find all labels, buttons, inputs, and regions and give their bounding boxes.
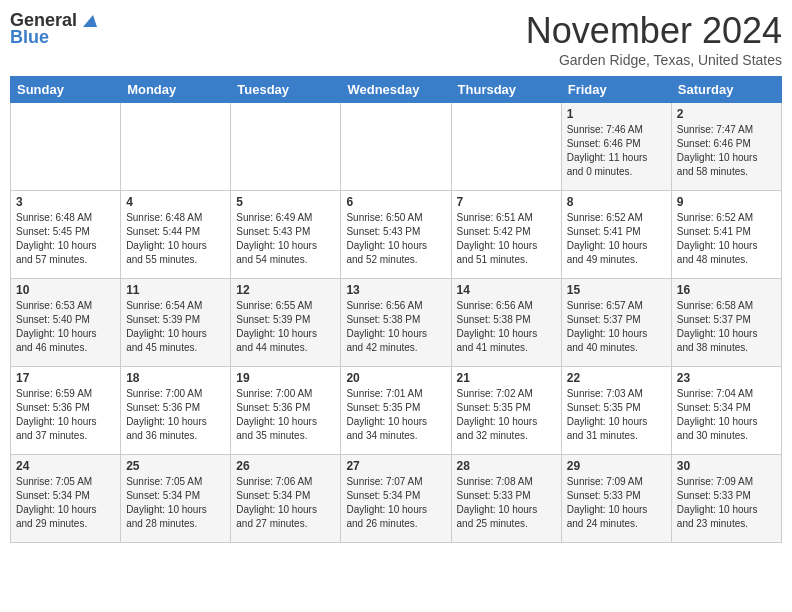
- calendar-cell: [451, 103, 561, 191]
- svg-marker-0: [83, 15, 97, 27]
- calendar-cell: 1Sunrise: 7:46 AM Sunset: 6:46 PM Daylig…: [561, 103, 671, 191]
- day-info: Sunrise: 6:57 AM Sunset: 5:37 PM Dayligh…: [567, 299, 666, 355]
- day-info: Sunrise: 6:59 AM Sunset: 5:36 PM Dayligh…: [16, 387, 115, 443]
- day-info: Sunrise: 6:48 AM Sunset: 5:45 PM Dayligh…: [16, 211, 115, 267]
- calendar-cell: 30Sunrise: 7:09 AM Sunset: 5:33 PM Dayli…: [671, 455, 781, 543]
- calendar-cell: 5Sunrise: 6:49 AM Sunset: 5:43 PM Daylig…: [231, 191, 341, 279]
- day-number: 4: [126, 195, 225, 209]
- header-day-thursday: Thursday: [451, 77, 561, 103]
- calendar-cell: 19Sunrise: 7:00 AM Sunset: 5:36 PM Dayli…: [231, 367, 341, 455]
- day-info: Sunrise: 6:51 AM Sunset: 5:42 PM Dayligh…: [457, 211, 556, 267]
- logo-blue-text: Blue: [10, 27, 49, 48]
- day-info: Sunrise: 7:00 AM Sunset: 5:36 PM Dayligh…: [126, 387, 225, 443]
- day-number: 22: [567, 371, 666, 385]
- calendar-cell: 16Sunrise: 6:58 AM Sunset: 5:37 PM Dayli…: [671, 279, 781, 367]
- day-info: Sunrise: 6:56 AM Sunset: 5:38 PM Dayligh…: [457, 299, 556, 355]
- day-number: 28: [457, 459, 556, 473]
- day-number: 30: [677, 459, 776, 473]
- page-header: General Blue November 2024 Garden Ridge,…: [10, 10, 782, 68]
- day-info: Sunrise: 7:06 AM Sunset: 5:34 PM Dayligh…: [236, 475, 335, 531]
- calendar-week-row: 3Sunrise: 6:48 AM Sunset: 5:45 PM Daylig…: [11, 191, 782, 279]
- calendar-cell: 10Sunrise: 6:53 AM Sunset: 5:40 PM Dayli…: [11, 279, 121, 367]
- calendar-cell: 23Sunrise: 7:04 AM Sunset: 5:34 PM Dayli…: [671, 367, 781, 455]
- day-number: 19: [236, 371, 335, 385]
- day-number: 6: [346, 195, 445, 209]
- day-info: Sunrise: 7:01 AM Sunset: 5:35 PM Dayligh…: [346, 387, 445, 443]
- day-info: Sunrise: 6:56 AM Sunset: 5:38 PM Dayligh…: [346, 299, 445, 355]
- calendar-week-row: 24Sunrise: 7:05 AM Sunset: 5:34 PM Dayli…: [11, 455, 782, 543]
- day-number: 3: [16, 195, 115, 209]
- day-number: 11: [126, 283, 225, 297]
- day-number: 16: [677, 283, 776, 297]
- calendar-cell: 22Sunrise: 7:03 AM Sunset: 5:35 PM Dayli…: [561, 367, 671, 455]
- day-info: Sunrise: 6:52 AM Sunset: 5:41 PM Dayligh…: [567, 211, 666, 267]
- calendar-cell: 13Sunrise: 6:56 AM Sunset: 5:38 PM Dayli…: [341, 279, 451, 367]
- calendar-cell: 11Sunrise: 6:54 AM Sunset: 5:39 PM Dayli…: [121, 279, 231, 367]
- location-text: Garden Ridge, Texas, United States: [526, 52, 782, 68]
- calendar-cell: 18Sunrise: 7:00 AM Sunset: 5:36 PM Dayli…: [121, 367, 231, 455]
- calendar-cell: 7Sunrise: 6:51 AM Sunset: 5:42 PM Daylig…: [451, 191, 561, 279]
- day-number: 17: [16, 371, 115, 385]
- calendar-cell: 27Sunrise: 7:07 AM Sunset: 5:34 PM Dayli…: [341, 455, 451, 543]
- calendar-cell: 14Sunrise: 6:56 AM Sunset: 5:38 PM Dayli…: [451, 279, 561, 367]
- calendar-cell: 25Sunrise: 7:05 AM Sunset: 5:34 PM Dayli…: [121, 455, 231, 543]
- day-info: Sunrise: 7:07 AM Sunset: 5:34 PM Dayligh…: [346, 475, 445, 531]
- day-info: Sunrise: 7:02 AM Sunset: 5:35 PM Dayligh…: [457, 387, 556, 443]
- day-info: Sunrise: 7:47 AM Sunset: 6:46 PM Dayligh…: [677, 123, 776, 179]
- day-number: 15: [567, 283, 666, 297]
- day-info: Sunrise: 7:03 AM Sunset: 5:35 PM Dayligh…: [567, 387, 666, 443]
- day-number: 24: [16, 459, 115, 473]
- calendar-cell: 3Sunrise: 6:48 AM Sunset: 5:45 PM Daylig…: [11, 191, 121, 279]
- header-day-sunday: Sunday: [11, 77, 121, 103]
- calendar-week-row: 10Sunrise: 6:53 AM Sunset: 5:40 PM Dayli…: [11, 279, 782, 367]
- day-number: 29: [567, 459, 666, 473]
- day-info: Sunrise: 6:48 AM Sunset: 5:44 PM Dayligh…: [126, 211, 225, 267]
- calendar-body: 1Sunrise: 7:46 AM Sunset: 6:46 PM Daylig…: [11, 103, 782, 543]
- calendar-week-row: 17Sunrise: 6:59 AM Sunset: 5:36 PM Dayli…: [11, 367, 782, 455]
- day-info: Sunrise: 6:54 AM Sunset: 5:39 PM Dayligh…: [126, 299, 225, 355]
- day-number: 12: [236, 283, 335, 297]
- day-info: Sunrise: 7:08 AM Sunset: 5:33 PM Dayligh…: [457, 475, 556, 531]
- day-number: 26: [236, 459, 335, 473]
- day-number: 14: [457, 283, 556, 297]
- day-info: Sunrise: 7:05 AM Sunset: 5:34 PM Dayligh…: [16, 475, 115, 531]
- calendar-cell: 17Sunrise: 6:59 AM Sunset: 5:36 PM Dayli…: [11, 367, 121, 455]
- day-info: Sunrise: 6:53 AM Sunset: 5:40 PM Dayligh…: [16, 299, 115, 355]
- day-number: 13: [346, 283, 445, 297]
- header-day-tuesday: Tuesday: [231, 77, 341, 103]
- day-info: Sunrise: 6:58 AM Sunset: 5:37 PM Dayligh…: [677, 299, 776, 355]
- calendar-cell: 8Sunrise: 6:52 AM Sunset: 5:41 PM Daylig…: [561, 191, 671, 279]
- header-day-friday: Friday: [561, 77, 671, 103]
- day-number: 7: [457, 195, 556, 209]
- calendar-cell: 24Sunrise: 7:05 AM Sunset: 5:34 PM Dayli…: [11, 455, 121, 543]
- day-number: 2: [677, 107, 776, 121]
- title-area: November 2024 Garden Ridge, Texas, Unite…: [526, 10, 782, 68]
- calendar-table: SundayMondayTuesdayWednesdayThursdayFrid…: [10, 76, 782, 543]
- calendar-cell: [341, 103, 451, 191]
- day-info: Sunrise: 6:50 AM Sunset: 5:43 PM Dayligh…: [346, 211, 445, 267]
- day-info: Sunrise: 7:09 AM Sunset: 5:33 PM Dayligh…: [567, 475, 666, 531]
- logo-icon: [79, 11, 97, 29]
- calendar-cell: [11, 103, 121, 191]
- calendar-cell: 4Sunrise: 6:48 AM Sunset: 5:44 PM Daylig…: [121, 191, 231, 279]
- day-info: Sunrise: 7:46 AM Sunset: 6:46 PM Dayligh…: [567, 123, 666, 179]
- day-info: Sunrise: 7:00 AM Sunset: 5:36 PM Dayligh…: [236, 387, 335, 443]
- day-number: 8: [567, 195, 666, 209]
- header-day-saturday: Saturday: [671, 77, 781, 103]
- day-number: 21: [457, 371, 556, 385]
- calendar-cell: 20Sunrise: 7:01 AM Sunset: 5:35 PM Dayli…: [341, 367, 451, 455]
- day-info: Sunrise: 7:04 AM Sunset: 5:34 PM Dayligh…: [677, 387, 776, 443]
- calendar-cell: 12Sunrise: 6:55 AM Sunset: 5:39 PM Dayli…: [231, 279, 341, 367]
- calendar-week-row: 1Sunrise: 7:46 AM Sunset: 6:46 PM Daylig…: [11, 103, 782, 191]
- calendar-cell: 26Sunrise: 7:06 AM Sunset: 5:34 PM Dayli…: [231, 455, 341, 543]
- day-number: 23: [677, 371, 776, 385]
- day-info: Sunrise: 6:55 AM Sunset: 5:39 PM Dayligh…: [236, 299, 335, 355]
- calendar-cell: 21Sunrise: 7:02 AM Sunset: 5:35 PM Dayli…: [451, 367, 561, 455]
- day-info: Sunrise: 6:52 AM Sunset: 5:41 PM Dayligh…: [677, 211, 776, 267]
- day-number: 27: [346, 459, 445, 473]
- header-day-wednesday: Wednesday: [341, 77, 451, 103]
- day-number: 20: [346, 371, 445, 385]
- month-title: November 2024: [526, 10, 782, 52]
- calendar-header-row: SundayMondayTuesdayWednesdayThursdayFrid…: [11, 77, 782, 103]
- calendar-cell: 15Sunrise: 6:57 AM Sunset: 5:37 PM Dayli…: [561, 279, 671, 367]
